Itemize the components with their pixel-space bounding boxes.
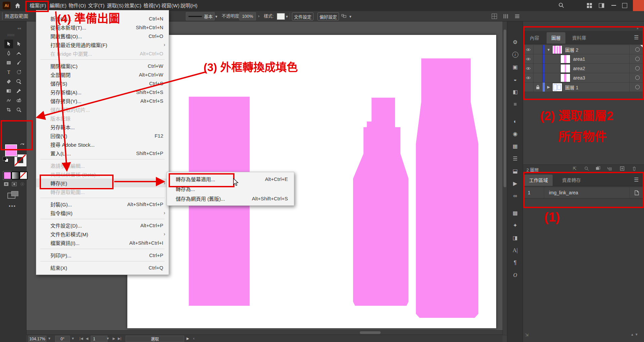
locate-object-icon[interactable] (584, 166, 589, 172)
layer-row-area2[interactable]: area2 (523, 64, 644, 73)
status-expand-arrow[interactable]: ▶ (185, 336, 190, 341)
menu-item-export[interactable]: 轉存(E)› (36, 179, 169, 187)
artboard-number-field[interactable]: 1 (91, 336, 108, 342)
make-mask-icon[interactable] (596, 166, 600, 172)
layer-row-layer2[interactable]: ▼ 圖層 2 (523, 45, 644, 54)
opentype-panel-icon[interactable]: O (507, 269, 523, 281)
menu-item-close[interactable]: 關閉檔案(C)Ctrl+W (36, 61, 169, 70)
links-panel-icon[interactable]: ∞ (507, 190, 523, 202)
layer-name[interactable]: 圖層 2 (565, 46, 578, 53)
layer-row-layer1[interactable]: ▶ 圖層 1 (523, 83, 644, 92)
gradient-mode-button[interactable] (11, 172, 19, 180)
zoom-dropdown[interactable]: ▼ (47, 336, 52, 341)
control-right-icon-rows[interactable] (514, 13, 520, 20)
delete-layer-icon[interactable] (632, 166, 637, 172)
menu-item-close-all[interactable]: 全部關閉Alt+Ctrl+W (36, 70, 169, 79)
rectangle-tool[interactable] (4, 58, 13, 67)
tab-asset-export[interactable]: 資產轉存 (557, 175, 586, 186)
lock-toggle[interactable] (533, 64, 543, 73)
menu-item-save[interactable]: 儲存(S)Ctrl+S (36, 79, 169, 88)
shaper-tool[interactable] (14, 77, 23, 86)
maximize-button[interactable] (622, 3, 627, 8)
screen-mode-icon[interactable] (7, 191, 19, 201)
properties-panel-icon[interactable]: ⚙ (507, 36, 523, 48)
layers-panel-menu-icon[interactable]: ☰ (634, 34, 639, 41)
menu-item-export-for-screens[interactable]: 轉存為螢幕適用...Alt+Ctrl+E (167, 174, 294, 184)
menu-item-place[interactable]: 置入(L)...Shift+Ctrl+P (36, 149, 169, 157)
paragraph-panel-icon[interactable]: ¶ (507, 256, 523, 269)
visibility-toggle[interactable] (523, 64, 533, 73)
collapse-panel-chevrons[interactable]: «« (17, 27, 21, 30)
fill-color-swatch[interactable] (5, 144, 17, 157)
color-guide-panel-icon[interactable]: ◨ (507, 232, 523, 244)
visibility-toggle[interactable] (523, 73, 533, 82)
color-mode-button[interactable] (3, 172, 11, 180)
area2-thumbnail[interactable] (560, 64, 570, 73)
gradient-panel-icon[interactable]: ◉ (507, 128, 523, 140)
actions-panel-icon[interactable]: ▶ (507, 177, 523, 190)
pink-shape[interactable] (416, 58, 478, 318)
pattern-panel-icon[interactable]: ▩ (507, 207, 523, 219)
tab-libraries[interactable]: 資料庫 (567, 32, 591, 44)
menu-item-file-info[interactable]: 檔案資訊(I)...Alt+Shift+Ctrl+I (36, 238, 169, 247)
lock-toggle[interactable] (533, 54, 543, 63)
curvature-tool[interactable] (14, 49, 23, 58)
color-panel-icon[interactable]: ◐ (507, 115, 523, 128)
align-options-dropdown[interactable]: ▼ (349, 14, 352, 19)
menu-item-save-as-template[interactable]: 另存範本... (36, 123, 169, 131)
draw-inside-mode-icon[interactable] (19, 182, 26, 188)
new-sublayer-icon[interactable] (607, 166, 612, 172)
layer-row-area1[interactable]: area1 (523, 54, 644, 64)
menu-item-new-from-template[interactable]: 從範本新增(T)...Shift+Ctrl+N (36, 23, 169, 32)
arrange-panels-icon[interactable] (599, 3, 604, 10)
appearance-panel-icon[interactable]: ◒ (507, 73, 523, 86)
v-scrollbar-thumb[interactable] (504, 30, 506, 187)
swatches-panel-icon[interactable]: ▦ (507, 140, 523, 152)
menu-item-open[interactable]: 開啟舊檔(O)...Ctrl+O (36, 32, 169, 40)
default-fill-stroke-icon[interactable] (3, 157, 8, 161)
artboard-name[interactable]: img_link_area (544, 190, 578, 195)
artboard-row-1[interactable]: 1 img_link_area (523, 187, 644, 198)
transform-panel-icon[interactable]: ▣ (507, 61, 523, 73)
new-layer-icon[interactable] (620, 166, 625, 172)
menu-item-search-adobe-stock[interactable]: 搜尋 Adobe Stock... (36, 140, 169, 149)
align-panel-icon[interactable]: ☰ (507, 152, 523, 165)
menu-item-package[interactable]: 封裝(G)...Alt+Shift+Ctrl+P (36, 200, 169, 208)
layer1-thumbnail[interactable] (552, 83, 562, 92)
h-scrollbar-track[interactable] (26, 330, 503, 335)
menu-object[interactable]: 物件(O) (67, 0, 88, 11)
menu-effect[interactable]: 效果(C) (122, 0, 143, 11)
none-mode-button[interactable] (19, 172, 28, 180)
stroke-style-field[interactable]: 基本 (186, 12, 215, 20)
visibility-toggle[interactable] (523, 54, 533, 63)
artboard-page-icon[interactable] (634, 190, 639, 195)
layer-name[interactable]: area1 (573, 56, 585, 62)
area3-thumbnail[interactable] (560, 74, 570, 82)
menu-item-document-color-mode[interactable]: 文件色彩模式(M)› (36, 230, 169, 238)
zoom-tool[interactable] (14, 105, 23, 114)
menu-help[interactable]: 說明(H) (178, 0, 200, 11)
pink-shape[interactable] (353, 98, 409, 306)
lock-toggle[interactable] (533, 83, 543, 92)
panel-resize-icon[interactable]: ⇲ (525, 333, 528, 337)
width-tool[interactable] (4, 96, 13, 105)
rotation-field[interactable]: 0° (55, 336, 70, 342)
menu-item-open-recent[interactable]: 打開最近使用過的檔案(F)› (36, 40, 169, 49)
preferences-button[interactable]: 偏好設定 (317, 12, 339, 20)
swap-fill-stroke-icon[interactable] (19, 143, 25, 149)
tab-properties[interactable]: 內容 (525, 32, 544, 44)
opacity-field[interactable]: 100% (239, 12, 256, 20)
layer-name[interactable]: 圖層 1 (565, 84, 578, 91)
rotation-dropdown[interactable]: ▼ (71, 336, 75, 341)
edit-toolbar-ellipsis[interactable]: ••• (9, 203, 16, 209)
document-setup-button[interactable]: 文件設定 (292, 12, 313, 20)
layer-name[interactable]: area3 (573, 75, 585, 81)
last-artboard-button[interactable]: ▶| (117, 336, 122, 341)
lock-toggle[interactable] (533, 73, 543, 82)
stroke-panel-icon[interactable]: ≡ (507, 98, 523, 110)
target-circle[interactable] (635, 57, 640, 61)
artboard-tool[interactable] (4, 105, 13, 114)
menu-item-new[interactable]: 新增(N)...Ctrl+N (36, 14, 169, 23)
type-tool[interactable]: T (4, 68, 13, 77)
lock-toggle[interactable] (533, 45, 543, 54)
